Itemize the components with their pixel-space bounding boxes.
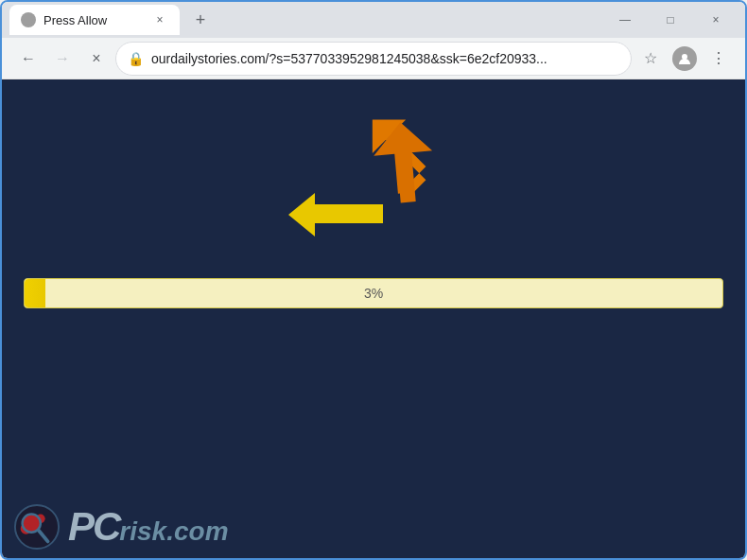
tab-close-button[interactable]: ×	[151, 11, 168, 28]
window-controls: — □ ×	[603, 5, 738, 35]
watermark: PC risk .com	[2, 496, 240, 558]
pcrisk-logo-icon	[13, 503, 61, 551]
progress-label: 3%	[364, 286, 383, 301]
nav-bar: ← → × 🔒 ourdailystories.com/?s=537703395…	[2, 38, 745, 79]
pcrisk-brand-text: PC risk .com	[68, 507, 229, 547]
pcrisk-risk-text: risk	[119, 516, 166, 547]
profile-avatar	[672, 46, 697, 71]
minimize-button[interactable]: —	[603, 5, 647, 35]
address-bar[interactable]: 🔒 ourdailystories.com/?s=537703395298124…	[115, 42, 632, 76]
title-bar: Press Allow × + — □ ×	[2, 2, 745, 38]
browser-window: Press Allow × + — □ × ← → × 🔒 ourdailyst…	[0, 0, 747, 560]
browser-tab[interactable]: Press Allow ×	[9, 5, 180, 35]
arrows-container	[279, 117, 468, 250]
reload-button[interactable]: ×	[81, 44, 112, 74]
new-tab-button[interactable]: +	[187, 7, 214, 33]
pcrisk-pc-text: PC	[68, 507, 119, 547]
tab-favicon	[21, 12, 36, 27]
menu-button[interactable]: ⋮	[704, 44, 734, 74]
forward-button[interactable]: →	[47, 44, 78, 74]
close-button[interactable]: ×	[694, 5, 738, 35]
svg-marker-5	[288, 193, 383, 236]
tab-title: Press Allow	[43, 13, 144, 27]
lock-icon: 🔒	[128, 51, 144, 66]
svg-point-0	[24, 15, 33, 25]
progress-fill	[25, 279, 45, 307]
back-button[interactable]: ←	[13, 44, 43, 74]
pcrisk-dotcom-text: .com	[166, 516, 228, 547]
bookmark-button[interactable]: ☆	[635, 44, 666, 74]
progress-bar-container: 3%	[24, 278, 723, 308]
maximize-button[interactable]: □	[649, 5, 692, 35]
yellow-arrow-shape	[288, 189, 383, 245]
url-text: ourdailystories.com/?s=53770339529812450…	[151, 51, 619, 66]
page-content: 3% PC risk .com	[2, 79, 745, 558]
profile-button[interactable]	[669, 44, 700, 74]
